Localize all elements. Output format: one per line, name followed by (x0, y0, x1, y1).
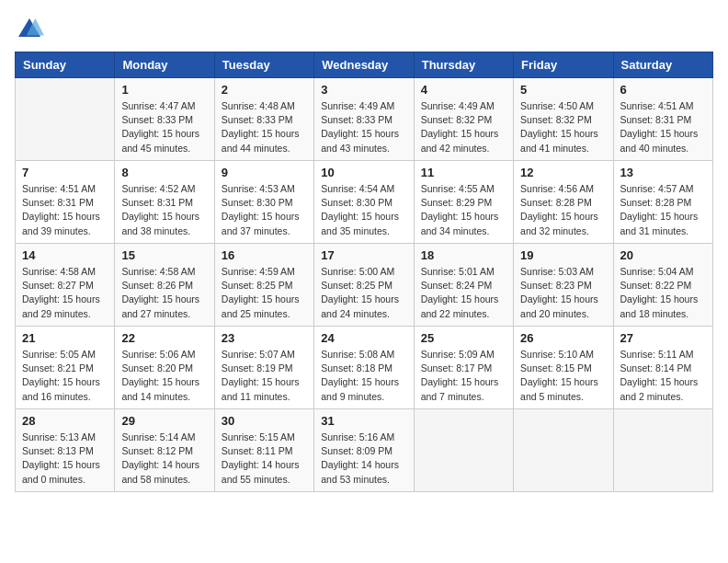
calendar-cell: 20Sunrise: 5:04 AM Sunset: 8:22 PM Dayli… (613, 244, 712, 327)
day-number: 1 (121, 83, 207, 97)
day-content: Sunrise: 5:01 AM Sunset: 8:24 PM Dayligh… (421, 265, 506, 321)
week-row-3: 14Sunrise: 4:58 AM Sunset: 8:27 PM Dayli… (16, 244, 713, 327)
day-content: Sunrise: 5:06 AM Sunset: 8:20 PM Dayligh… (121, 348, 207, 404)
day-content: Sunrise: 5:05 AM Sunset: 8:21 PM Dayligh… (22, 348, 108, 404)
day-content: Sunrise: 4:50 AM Sunset: 8:32 PM Dayligh… (520, 99, 606, 155)
day-number: 26 (520, 331, 606, 345)
logo-icon (15, 15, 44, 44)
day-number: 6 (620, 83, 706, 97)
day-number: 3 (321, 83, 406, 97)
day-content: Sunrise: 5:14 AM Sunset: 8:12 PM Dayligh… (121, 431, 207, 487)
calendar-cell: 18Sunrise: 5:01 AM Sunset: 8:24 PM Dayli… (414, 244, 513, 327)
day-content: Sunrise: 4:49 AM Sunset: 8:32 PM Dayligh… (421, 99, 506, 155)
calendar-table: SundayMondayTuesdayWednesdayThursdayFrid… (15, 52, 713, 492)
calendar-cell: 1Sunrise: 4:47 AM Sunset: 8:33 PM Daylig… (115, 78, 214, 161)
calendar-cell: 3Sunrise: 4:49 AM Sunset: 8:33 PM Daylig… (314, 78, 414, 161)
calendar-cell (414, 409, 513, 492)
day-content: Sunrise: 5:16 AM Sunset: 8:09 PM Dayligh… (321, 431, 406, 487)
calendar-cell (514, 409, 613, 492)
weekday-header-row: SundayMondayTuesdayWednesdayThursdayFrid… (16, 52, 713, 78)
page-container: SundayMondayTuesdayWednesdayThursdayFrid… (15, 15, 713, 492)
calendar-cell: 17Sunrise: 5:00 AM Sunset: 8:25 PM Dayli… (314, 244, 414, 327)
week-row-5: 28Sunrise: 5:13 AM Sunset: 8:13 PM Dayli… (16, 409, 713, 492)
calendar-cell: 28Sunrise: 5:13 AM Sunset: 8:13 PM Dayli… (16, 409, 115, 492)
day-number: 24 (321, 331, 406, 345)
weekday-header-wednesday: Wednesday (314, 52, 414, 78)
calendar-cell: 14Sunrise: 4:58 AM Sunset: 8:27 PM Dayli… (16, 244, 115, 327)
day-content: Sunrise: 4:53 AM Sunset: 8:30 PM Dayligh… (222, 182, 307, 238)
day-number: 21 (22, 331, 108, 345)
day-content: Sunrise: 4:57 AM Sunset: 8:28 PM Dayligh… (620, 182, 706, 238)
day-number: 27 (620, 331, 706, 345)
day-number: 10 (321, 166, 406, 179)
calendar-cell (613, 409, 712, 492)
day-content: Sunrise: 5:00 AM Sunset: 8:25 PM Dayligh… (321, 265, 406, 321)
day-number: 2 (222, 83, 307, 97)
calendar-cell: 23Sunrise: 5:07 AM Sunset: 8:19 PM Dayli… (214, 327, 313, 409)
day-number: 23 (222, 331, 307, 345)
day-number: 18 (421, 248, 506, 262)
week-row-4: 21Sunrise: 5:05 AM Sunset: 8:21 PM Dayli… (16, 327, 713, 409)
day-content: Sunrise: 5:08 AM Sunset: 8:18 PM Dayligh… (321, 348, 406, 404)
day-number: 9 (222, 166, 307, 179)
calendar-cell: 19Sunrise: 5:03 AM Sunset: 8:23 PM Dayli… (514, 244, 613, 327)
calendar-cell: 15Sunrise: 4:58 AM Sunset: 8:26 PM Dayli… (115, 244, 214, 327)
calendar-cell: 5Sunrise: 4:50 AM Sunset: 8:32 PM Daylig… (514, 78, 613, 161)
calendar-cell: 22Sunrise: 5:06 AM Sunset: 8:20 PM Dayli… (115, 327, 214, 409)
calendar-cell: 27Sunrise: 5:11 AM Sunset: 8:14 PM Dayli… (613, 327, 712, 409)
day-content: Sunrise: 4:54 AM Sunset: 8:30 PM Dayligh… (321, 182, 406, 238)
calendar-cell: 12Sunrise: 4:56 AM Sunset: 8:28 PM Dayli… (514, 161, 613, 244)
day-number: 25 (421, 331, 506, 345)
day-number: 11 (421, 166, 506, 179)
day-content: Sunrise: 5:04 AM Sunset: 8:22 PM Dayligh… (620, 265, 706, 321)
day-content: Sunrise: 4:59 AM Sunset: 8:25 PM Dayligh… (222, 265, 307, 321)
day-number: 16 (222, 248, 307, 262)
day-number: 17 (321, 248, 406, 262)
day-content: Sunrise: 4:49 AM Sunset: 8:33 PM Dayligh… (321, 99, 406, 155)
week-row-2: 7Sunrise: 4:51 AM Sunset: 8:31 PM Daylig… (16, 161, 713, 244)
calendar-cell: 6Sunrise: 4:51 AM Sunset: 8:31 PM Daylig… (613, 78, 712, 161)
day-number: 31 (321, 414, 406, 428)
day-content: Sunrise: 4:55 AM Sunset: 8:29 PM Dayligh… (421, 182, 506, 238)
day-content: Sunrise: 4:48 AM Sunset: 8:33 PM Dayligh… (222, 99, 307, 155)
calendar-cell: 8Sunrise: 4:52 AM Sunset: 8:31 PM Daylig… (115, 161, 214, 244)
day-number: 4 (421, 83, 506, 97)
day-content: Sunrise: 4:47 AM Sunset: 8:33 PM Dayligh… (121, 99, 207, 155)
day-content: Sunrise: 4:51 AM Sunset: 8:31 PM Dayligh… (22, 182, 108, 238)
day-number: 28 (22, 414, 108, 428)
day-content: Sunrise: 5:15 AM Sunset: 8:11 PM Dayligh… (222, 431, 307, 487)
day-content: Sunrise: 5:11 AM Sunset: 8:14 PM Dayligh… (620, 348, 706, 404)
day-number: 22 (121, 331, 207, 345)
calendar-cell: 11Sunrise: 4:55 AM Sunset: 8:29 PM Dayli… (414, 161, 513, 244)
day-number: 14 (22, 248, 108, 262)
day-content: Sunrise: 4:56 AM Sunset: 8:28 PM Dayligh… (520, 182, 606, 238)
day-content: Sunrise: 5:07 AM Sunset: 8:19 PM Dayligh… (222, 348, 307, 404)
day-content: Sunrise: 5:10 AM Sunset: 8:15 PM Dayligh… (520, 348, 606, 404)
weekday-header-thursday: Thursday (414, 52, 513, 78)
day-number: 19 (520, 248, 606, 262)
day-content: Sunrise: 5:09 AM Sunset: 8:17 PM Dayligh… (421, 348, 506, 404)
weekday-header-saturday: Saturday (613, 52, 712, 78)
day-number: 5 (520, 83, 606, 97)
day-number: 7 (22, 166, 108, 179)
calendar-cell: 24Sunrise: 5:08 AM Sunset: 8:18 PM Dayli… (314, 327, 414, 409)
calendar-cell: 13Sunrise: 4:57 AM Sunset: 8:28 PM Dayli… (613, 161, 712, 244)
calendar-cell: 16Sunrise: 4:59 AM Sunset: 8:25 PM Dayli… (214, 244, 313, 327)
day-content: Sunrise: 4:51 AM Sunset: 8:31 PM Dayligh… (620, 99, 706, 155)
day-number: 8 (121, 166, 207, 179)
calendar-cell: 26Sunrise: 5:10 AM Sunset: 8:15 PM Dayli… (514, 327, 613, 409)
day-content: Sunrise: 5:13 AM Sunset: 8:13 PM Dayligh… (22, 431, 108, 487)
calendar-cell: 29Sunrise: 5:14 AM Sunset: 8:12 PM Dayli… (115, 409, 214, 492)
calendar-cell: 10Sunrise: 4:54 AM Sunset: 8:30 PM Dayli… (314, 161, 414, 244)
calendar-cell: 25Sunrise: 5:09 AM Sunset: 8:17 PM Dayli… (414, 327, 513, 409)
weekday-header-tuesday: Tuesday (214, 52, 313, 78)
day-number: 29 (121, 414, 207, 428)
weekday-header-friday: Friday (514, 52, 613, 78)
day-number: 13 (620, 166, 706, 179)
calendar-cell: 21Sunrise: 5:05 AM Sunset: 8:21 PM Dayli… (16, 327, 115, 409)
calendar-cell: 4Sunrise: 4:49 AM Sunset: 8:32 PM Daylig… (414, 78, 513, 161)
week-row-1: 1Sunrise: 4:47 AM Sunset: 8:33 PM Daylig… (16, 78, 713, 161)
calendar-cell: 31Sunrise: 5:16 AM Sunset: 8:09 PM Dayli… (314, 409, 414, 492)
day-content: Sunrise: 4:58 AM Sunset: 8:27 PM Dayligh… (22, 265, 108, 321)
day-content: Sunrise: 5:03 AM Sunset: 8:23 PM Dayligh… (520, 265, 606, 321)
